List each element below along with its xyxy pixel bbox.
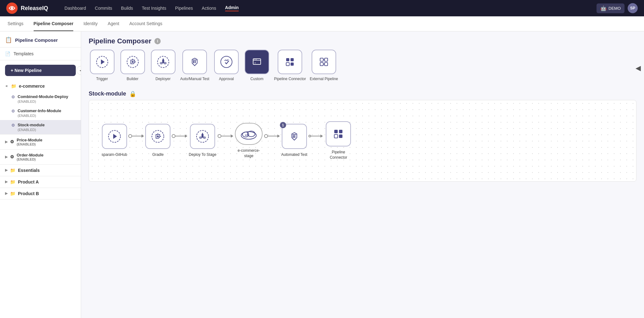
svg-rect-25: [291, 63, 294, 66]
stage-custom[interactable]: >_ Custom: [244, 50, 270, 82]
stage-trigger[interactable]: Trigger: [89, 50, 115, 82]
pipeline-connector-icon: [284, 56, 296, 68]
user-avatar[interactable]: SP: [628, 3, 638, 13]
arrow-right-2: [185, 134, 187, 138]
brand-logo-icon: [6, 3, 18, 14]
chevron-order-icon: ▶: [5, 155, 8, 159]
nav-admin[interactable]: Admin: [225, 5, 239, 11]
stage-deployer-label: Deployer: [155, 77, 170, 82]
stage-approval[interactable]: Approval: [213, 50, 240, 82]
stage-pipeline-connector-box: [278, 50, 302, 74]
svg-point-19: [255, 59, 256, 60]
brand[interactable]: ReleaseIQ: [6, 3, 48, 14]
group-ecommerce-header[interactable]: ▼ 📁 e-commerce: [0, 80, 81, 92]
stage-external-pipeline[interactable]: External Pipeline: [310, 50, 338, 82]
nav-commits[interactable]: Commits: [95, 6, 112, 11]
sub-nav: Settings Pipeline Composer Identity Agen…: [0, 16, 644, 31]
arrow-line-5: [311, 136, 320, 136]
group-icon-ecommerce: 📁: [11, 84, 16, 89]
svg-marker-33: [113, 134, 117, 139]
group-product-a-header[interactable]: ▶ 📁 Product A: [0, 176, 81, 188]
demo-label: DEMO: [608, 6, 621, 11]
sidebar-title: 📋 Pipeline Composer: [0, 31, 81, 47]
info-icon[interactable]: i: [154, 38, 161, 44]
svg-point-5: [132, 61, 134, 63]
node-icon-gradle: [151, 130, 164, 143]
group-price-module: ▶ ⚙ Price-Module (ENABLED): [0, 134, 81, 150]
stage-pipeline-connector[interactable]: Pipeline Connector: [274, 50, 306, 82]
group-ecommerce: ▼ 📁 e-commerce ⚙ Combined-Module-Deploy …: [0, 80, 81, 134]
stage-deployer[interactable]: Deployer: [150, 50, 176, 82]
sidebar-title-text: Pipeline Composer: [15, 37, 58, 43]
chevron-essentials-icon: ▶: [5, 168, 8, 172]
pipeline-area-header: Stock-module 🔒: [81, 87, 644, 100]
custom-icon: >_: [251, 56, 263, 68]
deployer-icon: [157, 56, 169, 68]
arrow-dot-5: [308, 135, 311, 137]
demo-button[interactable]: 🤖 DEMO: [597, 3, 625, 13]
group-essentials-header[interactable]: ▶ 📁 Essentials: [0, 165, 81, 176]
sidebar-collapse-button[interactable]: ◀: [76, 66, 81, 75]
group-price-label: Price-Module: [17, 138, 42, 142]
pipeline-node-ecommerce-stage[interactable]: ▮▮▮ e-commerce-stage: [235, 123, 263, 159]
stage-builder[interactable]: Builder: [119, 50, 146, 82]
arrow-1: [127, 134, 145, 147]
pipeline-node-automated-test[interactable]: 1 Automated Test: [281, 124, 307, 157]
nav-pipelines[interactable]: Pipelines: [175, 6, 193, 11]
svg-point-20: [256, 59, 257, 60]
pipeline-node-connector[interactable]: Pipeline Connector: [324, 121, 353, 160]
svg-rect-12: [193, 61, 194, 63]
pipeline-node-deploy[interactable]: Deploy To Stage: [189, 124, 216, 157]
pipeline-node-gradle[interactable]: Gradle: [145, 124, 170, 157]
pipeline-name-combined: Combined-Module-Deploy: [18, 94, 68, 100]
subnav-agent[interactable]: Agent: [108, 17, 119, 31]
trigger-icon: [96, 56, 108, 68]
chevron-price-icon: ▶: [5, 140, 8, 144]
page-title: Pipeline Composer: [89, 37, 151, 45]
svg-point-18: [254, 59, 254, 60]
subnav-settings[interactable]: Settings: [8, 17, 24, 31]
node-icon-deploy: [196, 130, 209, 143]
nav-right: 🤖 DEMO SP: [597, 3, 638, 13]
group-order-header[interactable]: ▶ ⚙ Order-Module (ENABLED): [0, 150, 81, 164]
subnav-pipeline-composer[interactable]: Pipeline Composer: [34, 17, 74, 31]
stage-autotest[interactable]: Auto/Manual Test: [180, 50, 209, 82]
chevron-ecommerce-icon: ▼: [5, 85, 8, 88]
node-box-automated-test: 1: [282, 124, 307, 149]
pipeline-item-stock[interactable]: ⚙ Stock-module (ENABLED): [0, 120, 81, 134]
scroll-right-button[interactable]: ◀: [636, 64, 641, 72]
sidebar-item-templates[interactable]: 📄 Templates: [0, 47, 81, 60]
new-pipeline-button[interactable]: + New Pipeline: [5, 65, 76, 76]
nav-dashboard[interactable]: Dashboard: [64, 6, 86, 11]
svg-rect-49: [334, 130, 338, 133]
pipeline-item-combined[interactable]: ⚙ Combined-Module-Deploy (ENABLED): [0, 92, 81, 106]
arrow-5: [307, 134, 324, 147]
nav-builds[interactable]: Builds: [121, 6, 133, 11]
group-product-a-label: Product A: [18, 179, 39, 184]
subnav-account-settings[interactable]: Account Settings: [129, 17, 162, 31]
pipeline-icon-stock: ⚙: [11, 123, 15, 128]
svg-rect-22: [286, 58, 289, 61]
arrow-right-5: [320, 134, 323, 138]
group-price-header[interactable]: ▶ ⚙ Price-Module (ENABLED): [0, 134, 81, 149]
pipeline-item-customer-info[interactable]: ⚙ Customer-Info-Module (ENABLED): [0, 106, 81, 120]
pipeline-status-combined: (ENABLED): [18, 100, 68, 103]
subnav-identity[interactable]: Identity: [83, 17, 97, 31]
group-ecommerce-label: e-commerce: [19, 84, 45, 89]
group-product-b-header[interactable]: ▶ 📁 Product B: [0, 188, 81, 199]
external-pipeline-icon: [318, 56, 330, 68]
pipeline-node-sparam[interactable]: sparam-GitHub: [102, 124, 127, 157]
nav-actions[interactable]: Actions: [202, 6, 216, 11]
builder-icon: [126, 56, 139, 68]
node-box-gradle: [145, 124, 170, 149]
group-icon-product-a: 📁: [10, 179, 15, 184]
stage-builder-box: [120, 50, 145, 74]
stage-external-pipeline-label: External Pipeline: [310, 77, 338, 82]
svg-rect-26: [320, 58, 323, 61]
svg-rect-23: [291, 58, 294, 61]
group-essentials: ▶ 📁 Essentials: [0, 165, 81, 176]
chevron-product-b-icon: ▶: [5, 191, 8, 195]
svg-rect-13: [195, 61, 196, 63]
nav-test-insights[interactable]: Test Insights: [142, 6, 166, 11]
stage-deployer-box: [151, 50, 175, 74]
